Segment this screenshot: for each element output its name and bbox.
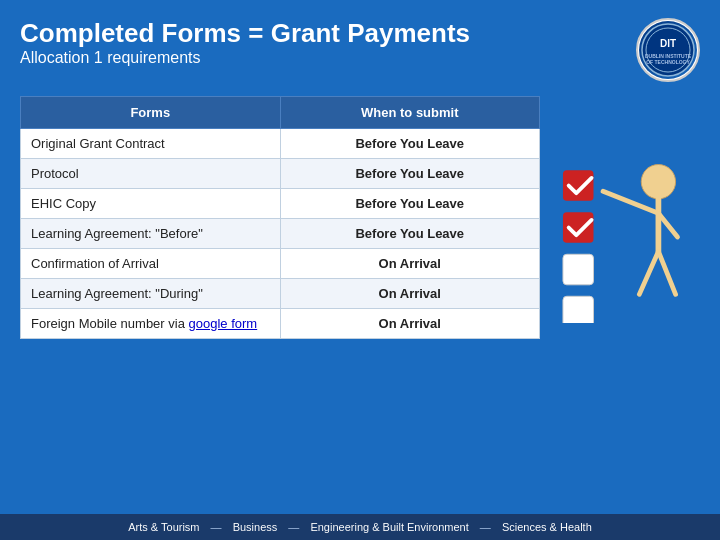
footer-item-4: Sciences & Health	[502, 521, 592, 533]
col1-header: Forms	[21, 97, 281, 129]
form-name-cell: EHIC Copy	[21, 189, 281, 219]
forms-table: Forms When to submit Original Grant Cont…	[20, 96, 540, 339]
svg-line-13	[639, 251, 658, 294]
svg-rect-7	[563, 254, 594, 285]
col2-header: When to submit	[280, 97, 540, 129]
right-panel	[540, 96, 700, 339]
form-name-cell: Confirmation of Arrival	[21, 249, 281, 279]
when-to-submit-cell: On Arrival	[280, 249, 540, 279]
footer-item-3: Engineering & Built Environment	[310, 521, 468, 533]
footer-sep-1: —	[211, 521, 222, 533]
form-name-cell: Foreign Mobile number via google form	[21, 309, 281, 339]
logo-circle: DIT DUBLIN INSTITUTE OF TECHNOLOGY	[636, 18, 700, 82]
table-row: EHIC CopyBefore You Leave	[21, 189, 540, 219]
main-title: Completed Forms = Grant Payments	[20, 18, 470, 49]
footer-item-2: Business	[233, 521, 278, 533]
table-row: Original Grant ContractBefore You Leave	[21, 129, 540, 159]
footer-item-1: Arts & Tourism	[128, 521, 199, 533]
footer-bar: Arts & Tourism — Business — Engineering …	[0, 514, 720, 540]
content-area: Forms When to submit Original Grant Cont…	[20, 96, 700, 339]
title-block: Completed Forms = Grant Payments Allocat…	[20, 18, 470, 67]
header-area: Completed Forms = Grant Payments Allocat…	[20, 18, 700, 82]
svg-rect-8	[563, 296, 594, 323]
form-name-cell: Learning Agreement: "During"	[21, 279, 281, 309]
svg-text:OF TECHNOLOGY: OF TECHNOLOGY	[646, 59, 690, 65]
main-container: Completed Forms = Grant Payments Allocat…	[0, 0, 720, 540]
stick-figure-icon	[550, 113, 700, 323]
when-to-submit-cell: On Arrival	[280, 309, 540, 339]
svg-text:DIT: DIT	[660, 38, 676, 49]
table-row: Learning Agreement: "Before"Before You L…	[21, 219, 540, 249]
when-to-submit-cell: Before You Leave	[280, 159, 540, 189]
when-to-submit-cell: Before You Leave	[280, 189, 540, 219]
logo-inner: DIT DUBLIN INSTITUTE OF TECHNOLOGY	[639, 21, 697, 79]
form-name-cell: Protocol	[21, 159, 281, 189]
table-section: Forms When to submit Original Grant Cont…	[20, 96, 540, 339]
svg-point-0	[642, 24, 694, 76]
when-to-submit-cell: On Arrival	[280, 279, 540, 309]
subtitle: Allocation 1 requirements	[20, 49, 470, 67]
footer-sep-3: —	[480, 521, 491, 533]
table-row: Confirmation of ArrivalOn Arrival	[21, 249, 540, 279]
dit-logo-icon: DIT DUBLIN INSTITUTE OF TECHNOLOGY	[641, 23, 695, 77]
google-form-link[interactable]: google form	[189, 316, 258, 331]
table-row: Foreign Mobile number via google formOn …	[21, 309, 540, 339]
form-name-cell: Learning Agreement: "Before"	[21, 219, 281, 249]
svg-line-14	[658, 251, 675, 294]
when-to-submit-cell: Before You Leave	[280, 219, 540, 249]
form-name-cell: Original Grant Contract	[21, 129, 281, 159]
svg-point-9	[641, 164, 675, 198]
footer-sep-2: —	[288, 521, 299, 533]
table-row: Learning Agreement: "During"On Arrival	[21, 279, 540, 309]
table-row: ProtocolBefore You Leave	[21, 159, 540, 189]
when-to-submit-cell: Before You Leave	[280, 129, 540, 159]
